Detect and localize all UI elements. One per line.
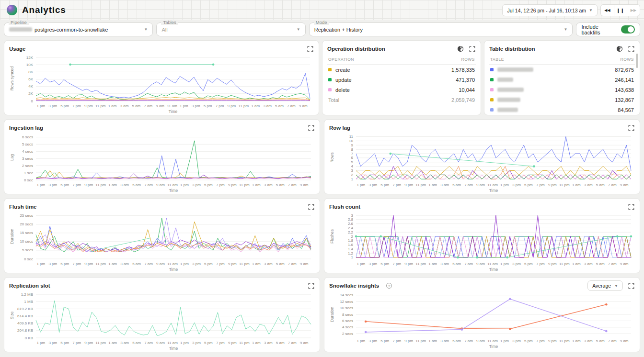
svg-text:3 pm: 3 pm — [512, 183, 521, 187]
svg-text:5 secs: 5 secs — [22, 248, 33, 252]
svg-text:11 pm: 11 pm — [559, 262, 570, 266]
svg-text:5 am: 5 am — [276, 341, 285, 345]
svg-text:9 pm: 9 pm — [228, 104, 236, 108]
svg-text:9 pm: 9 pm — [404, 262, 413, 266]
replication-slot-chart[interactable]: 0 KB204.8 KB409.6 KB614.4 KB819.2 KB1 MB… — [9, 290, 315, 351]
svg-text:5 pm: 5 pm — [380, 262, 389, 266]
filter-bar: Pipeline postgres-common-to-snowflake ▼ … — [0, 20, 644, 38]
svg-text:5 secs: 5 secs — [22, 142, 33, 146]
fast-forward-button[interactable]: ▶▶ — [627, 5, 640, 16]
svg-text:409.6 KB: 409.6 KB — [17, 321, 33, 325]
svg-text:5 am: 5 am — [452, 262, 461, 266]
svg-text:819.2 KB: 819.2 KB — [17, 307, 33, 311]
svg-text:11 am: 11 am — [167, 341, 178, 345]
card-title: Snowflake insights — [329, 283, 379, 289]
help-icon[interactable]: ? — [386, 283, 392, 289]
table-rows-value: 143,638 — [615, 87, 634, 93]
chevron-down-icon: ▼ — [589, 8, 593, 12]
table-row: create 1,578,335 — [327, 65, 476, 75]
pie-chart-icon[interactable] — [616, 45, 623, 53]
svg-text:1: 1 — [351, 255, 354, 259]
card-title: Row lag — [329, 125, 350, 131]
svg-text:9 am: 9 am — [620, 339, 629, 343]
svg-text:1 pm: 1 pm — [36, 262, 45, 266]
svg-text:5 am: 5 am — [276, 262, 285, 266]
expand-icon[interactable] — [628, 203, 635, 211]
svg-text:5 am: 5 am — [452, 183, 461, 187]
snowflake-insights-chart[interactable]: 2 secs4 secs6 secs8 secs10 secs12 secs14… — [329, 290, 635, 349]
svg-text:1 am: 1 am — [428, 183, 437, 187]
svg-text:10K: 10K — [26, 63, 34, 67]
expand-icon[interactable] — [628, 45, 635, 53]
expand-icon[interactable] — [308, 282, 315, 290]
svg-text:3 am: 3 am — [584, 183, 593, 187]
svg-text:7 am: 7 am — [288, 183, 297, 187]
pipeline-select[interactable]: Pipeline postgres-common-to-snowflake ▼ — [4, 22, 153, 36]
legend-swatch — [328, 88, 332, 91]
svg-text:2.2: 2.2 — [348, 230, 354, 234]
svg-text:8: 8 — [351, 147, 354, 152]
card-title: Usage — [9, 46, 26, 52]
svg-text:11 pm: 11 pm — [415, 183, 426, 187]
include-backfills-toggle[interactable] — [621, 25, 635, 33]
svg-text:1.8: 1.8 — [348, 238, 354, 243]
legend-swatch — [328, 78, 332, 81]
expand-icon[interactable] — [307, 45, 314, 53]
redacted-table-name — [497, 88, 524, 92]
aggregate-select[interactable]: Average ▼ — [587, 280, 623, 291]
usage-chart[interactable]: 02K4K6K8K10K12K1 pm3 pm5 pm7 pm9 pm11 pm… — [9, 53, 314, 114]
svg-text:11 pm: 11 pm — [559, 339, 570, 343]
scrollbar[interactable] — [636, 54, 638, 68]
svg-text:9 pm: 9 pm — [228, 262, 237, 266]
svg-text:9 am: 9 am — [156, 262, 165, 266]
svg-text:9 am: 9 am — [156, 341, 165, 345]
row-lag-chart[interactable]: 12345678910111 pm3 pm5 pm7 pm9 pm11 pm1 … — [329, 132, 635, 193]
expand-icon[interactable] — [469, 45, 476, 53]
flush-time-chart[interactable]: 0 sec5 secs10 secs15 secs20 secs25 secs1… — [9, 211, 315, 272]
svg-text:1 pm: 1 pm — [36, 104, 45, 108]
svg-text:204.8 KB: 204.8 KB — [17, 328, 33, 333]
svg-text:1 pm: 1 pm — [36, 341, 45, 345]
legend-swatch — [490, 88, 494, 91]
table-row: update 471,370 — [327, 75, 476, 85]
table-row: 65,560 — [489, 115, 635, 115]
svg-text:5: 5 — [351, 160, 354, 164]
expand-icon[interactable] — [628, 282, 635, 290]
svg-text:3 am: 3 am — [264, 183, 273, 187]
svg-text:7 pm: 7 pm — [72, 341, 81, 345]
svg-text:7 am: 7 am — [464, 339, 473, 343]
svg-text:6K: 6K — [28, 77, 33, 81]
tables-select[interactable]: Tables All ▼ — [156, 22, 305, 36]
svg-text:0 KB: 0 KB — [25, 336, 33, 340]
card-title: Flush count — [329, 204, 360, 210]
svg-text:3 am: 3 am — [120, 262, 129, 266]
expand-icon[interactable] — [308, 124, 315, 132]
svg-text:3 pm: 3 pm — [368, 339, 377, 343]
column-rows: ROWS — [461, 57, 475, 62]
pie-chart-icon[interactable] — [457, 45, 464, 53]
pause-button[interactable]: ❙❙ — [614, 5, 627, 16]
expand-icon[interactable] — [628, 124, 635, 132]
svg-text:3 pm: 3 pm — [48, 183, 57, 187]
svg-text:11 am: 11 am — [487, 183, 498, 187]
svg-text:2: 2 — [351, 173, 354, 177]
include-backfills-control: Include backfills — [576, 22, 640, 36]
operation-name: delete — [335, 87, 350, 93]
svg-text:5 pm: 5 pm — [524, 262, 533, 266]
chevron-down-icon: ▼ — [297, 27, 300, 32]
svg-text:11 am: 11 am — [167, 262, 178, 266]
svg-text:Duration: Duration — [330, 307, 334, 322]
flush-count-chart[interactable]: 11.21.41.61.822.22.42.62.831 pm3 pm5 pm7… — [329, 211, 635, 272]
date-range-button[interactable]: Jul 14, 12:26 pm - Jul 16, 10:13 am ▼ — [502, 4, 598, 16]
svg-text:8 secs: 8 secs — [342, 312, 353, 317]
rewind-button[interactable]: ◀◀ — [601, 5, 614, 16]
svg-text:Duration: Duration — [10, 229, 14, 244]
expand-icon[interactable] — [308, 203, 315, 211]
svg-text:11 pm: 11 pm — [559, 183, 570, 187]
svg-text:1 am: 1 am — [428, 262, 437, 266]
svg-text:0 sec: 0 sec — [24, 178, 33, 182]
redacted-table-name — [497, 108, 518, 112]
legend-swatch — [328, 68, 332, 71]
mode-select[interactable]: Mode Replication + History ▼ — [309, 22, 573, 36]
ingestion-lag-chart[interactable]: 0 sec1 sec2 secs3 secs4 secs5 secs6 secs… — [9, 132, 315, 193]
